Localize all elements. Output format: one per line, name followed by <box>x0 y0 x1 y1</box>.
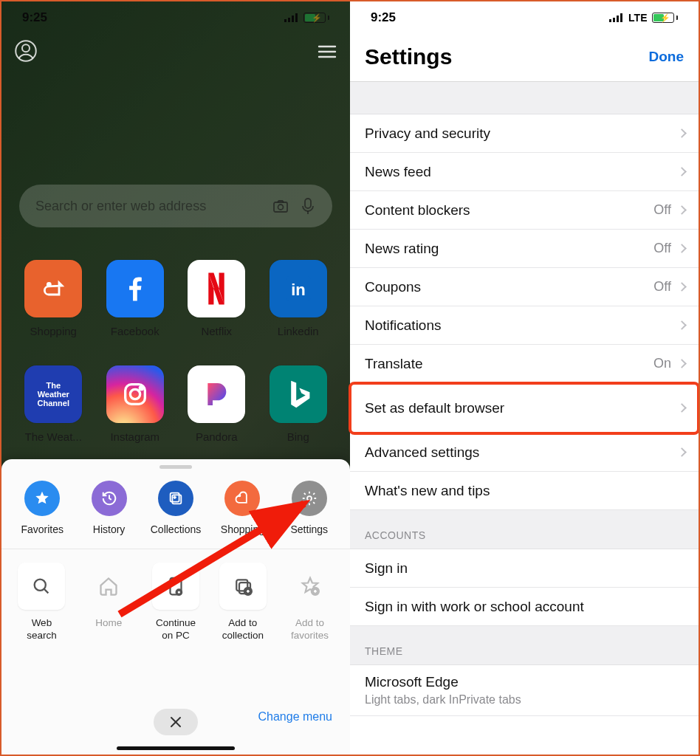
home-button[interactable]: Home <box>79 563 139 642</box>
row-news-feed[interactable]: News feed <box>350 153 699 191</box>
close-sheet-button[interactable] <box>154 709 198 735</box>
history-button[interactable]: History <box>77 481 140 535</box>
value: Off <box>653 279 671 295</box>
app-instagram[interactable]: Instagram <box>103 365 168 443</box>
row-advanced-settings[interactable]: Advanced settings <box>350 433 699 472</box>
bottom-sheet: Favorites History Collections Shopping S… <box>1 459 350 755</box>
accounts-list: Sign in Sign in with work or school acco… <box>350 549 699 626</box>
tools-row: Websearch Home Continueon PC Add tocolle… <box>1 563 350 642</box>
svg-point-17 <box>130 389 140 399</box>
row-set-default-browser[interactable]: Set as default browser <box>350 383 699 433</box>
status-bar-right: 9:25 LTE ⚡ <box>350 1 699 34</box>
svg-rect-39 <box>620 13 622 22</box>
quick-actions-row: Favorites History Collections Shopping S… <box>1 473 350 549</box>
section-gap <box>350 82 699 114</box>
left-screen-browser-home: 9:25 ⚡ Search or enter web address Shopp… <box>1 1 350 755</box>
camera-icon[interactable] <box>272 197 289 215</box>
app-netflix[interactable]: Netflix <box>184 260 250 337</box>
row-sign-in[interactable]: Sign in <box>350 549 699 588</box>
app-bing[interactable]: Bing <box>266 365 332 443</box>
row-theme[interactable]: Microsoft Edge Light tabs, dark InPrivat… <box>350 665 699 716</box>
svg-rect-36 <box>609 19 611 22</box>
svg-point-23 <box>239 495 241 496</box>
web-search-button[interactable]: Websearch <box>12 563 72 642</box>
row-privacy-security[interactable]: Privacy and security <box>350 114 699 153</box>
svg-point-13 <box>48 283 51 286</box>
chevron-right-icon <box>677 359 687 368</box>
svg-text:in: in <box>291 281 306 299</box>
status-right: LTE ⚡ <box>609 12 678 24</box>
status-time: 9:25 <box>371 10 396 25</box>
svg-point-18 <box>140 387 143 390</box>
row-news-rating[interactable]: News rating Off <box>350 230 699 268</box>
add-to-collection-button[interactable]: Add tocollection <box>213 563 272 642</box>
done-button[interactable]: Done <box>649 49 684 65</box>
chevron-right-icon <box>677 447 687 457</box>
settings-list: Privacy and security News feed Content b… <box>350 114 699 510</box>
value: Off <box>653 241 671 256</box>
svg-point-24 <box>307 496 312 501</box>
nav-bar: Settings Done <box>350 34 699 82</box>
change-menu-link[interactable]: Change menu <box>258 710 332 724</box>
chevron-right-icon <box>677 167 687 176</box>
chevron-right-icon <box>677 244 687 253</box>
section-header-theme: THEME <box>350 626 699 665</box>
page-title: Settings <box>365 44 452 69</box>
collections-button[interactable]: Collections <box>144 481 207 535</box>
svg-rect-37 <box>613 18 615 22</box>
svg-rect-11 <box>305 199 311 208</box>
row-whats-new[interactable]: What's new and tips <box>350 472 699 510</box>
row-sign-in-work[interactable]: Sign in with work or school account <box>350 588 699 626</box>
network-label: LTE <box>628 12 647 24</box>
cellular-signal-icon <box>609 13 624 22</box>
chevron-right-icon <box>677 205 687 215</box>
row-coupons[interactable]: Coupons Off <box>350 268 699 306</box>
search-bar[interactable]: Search or enter web address <box>19 185 332 227</box>
svg-rect-38 <box>617 16 619 22</box>
shopping-button[interactable]: Shopping <box>210 481 274 535</box>
sheet-footer: Change menu <box>1 700 350 755</box>
speed-dial-grid: Shopping Facebook Netflix in Linkedin Th… <box>21 260 331 443</box>
value: On <box>653 356 671 371</box>
app-weather-channel[interactable]: TheWeatherChannel The Weat... <box>21 365 86 443</box>
close-icon <box>170 716 182 728</box>
sheet-grabber[interactable] <box>159 465 192 469</box>
search-placeholder: Search or enter web address <box>35 199 261 214</box>
value: Off <box>653 202 671 218</box>
app-facebook[interactable]: Facebook <box>103 260 168 337</box>
menu-icon[interactable] <box>318 44 337 62</box>
home-indicator[interactable] <box>117 746 235 750</box>
chevron-right-icon <box>677 320 687 330</box>
theme-list: Microsoft Edge Light tabs, dark InPrivat… <box>350 665 699 716</box>
battery-icon: ⚡ <box>652 13 679 23</box>
row-translate[interactable]: Translate On <box>350 345 699 383</box>
add-to-favorites-button[interactable]: Add tofavorites <box>280 563 340 642</box>
right-screen-settings: 9:25 LTE ⚡ Settings Done Privacy and sec… <box>350 1 699 755</box>
svg-rect-19 <box>172 495 181 504</box>
continue-on-pc-button[interactable]: Continueon PC <box>146 563 206 642</box>
app-linkedin[interactable]: in Linkedin <box>266 260 332 337</box>
app-pandora[interactable]: Pandora <box>184 365 250 443</box>
svg-point-5 <box>22 44 30 52</box>
app-shopping[interactable]: Shopping <box>21 260 86 337</box>
favorites-button[interactable]: Favorites <box>10 481 74 535</box>
microphone-icon[interactable] <box>300 197 316 215</box>
row-content-blockers[interactable]: Content blockers Off <box>350 191 699 230</box>
chevron-right-icon <box>677 403 687 413</box>
chevron-right-icon <box>677 128 687 138</box>
profile-avatar-icon[interactable] <box>15 40 37 65</box>
settings-button[interactable]: Settings <box>278 481 341 535</box>
svg-point-10 <box>278 205 284 210</box>
chevron-right-icon <box>677 282 687 292</box>
divider <box>1 549 350 549</box>
row-notifications[interactable]: Notifications <box>350 306 699 345</box>
section-header-accounts: ACCOUNTS <box>350 510 699 549</box>
svg-line-26 <box>44 589 49 594</box>
svg-rect-9 <box>274 202 287 212</box>
